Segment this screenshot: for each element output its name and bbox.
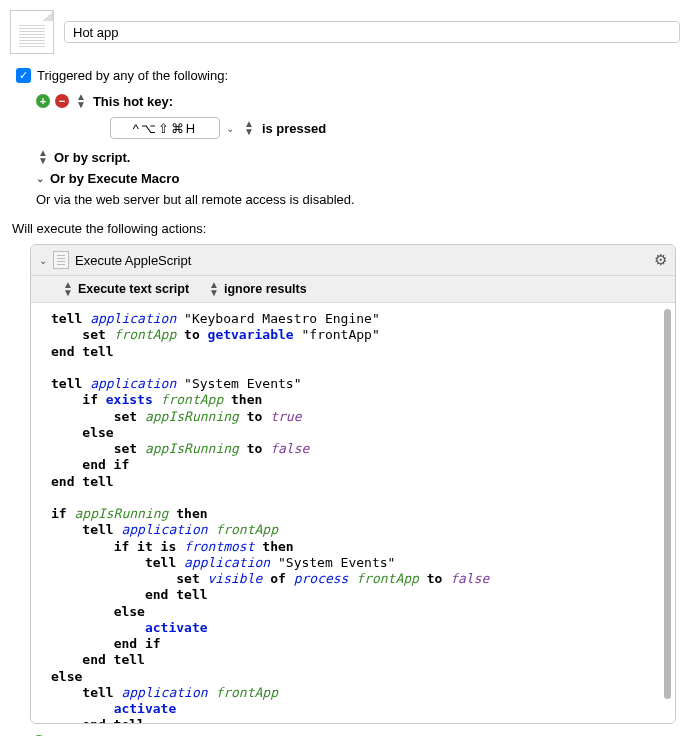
triggered-by-row: ✓ Triggered by any of the following: [16,68,680,83]
trigger-execute-macro-row[interactable]: ⌄ Or by Execute Macro [36,171,680,186]
add-trigger-button[interactable]: + [36,94,50,108]
action-title: Execute AppleScript [75,253,648,268]
hotkey-trigger-row: + − ▲▼ This hot key: [36,93,680,109]
macro-title-input[interactable] [64,21,680,43]
action-options-row: ▲▼ Execute text script ▲▼ ignore results [31,276,675,303]
action-block: ⌄ Execute AppleScript ⚙ ▲▼ Execute text … [30,244,676,724]
will-execute-label: Will execute the following actions: [12,221,680,236]
script-textarea[interactable]: tell application "Keyboard Maestro Engin… [31,303,675,723]
trigger-script-row[interactable]: ▲▼ Or by script. [36,149,680,165]
macro-icon[interactable] [10,10,54,54]
hotkey-type-stepper[interactable]: ▲▼ [76,93,86,109]
results-mode-select[interactable]: ▲▼ ignore results [207,281,307,297]
trigger-script-stepper[interactable]: ▲▼ [38,149,48,165]
hotkey-field[interactable]: ^⌥⇧⌘H [110,117,220,139]
hotkey-dropdown-chevron[interactable]: ⌄ [226,123,236,134]
action-header[interactable]: ⌄ Execute AppleScript ⚙ [31,245,675,276]
chevron-down-icon: ⌄ [36,173,46,184]
enabled-checkbox[interactable]: ✓ [16,68,31,83]
trigger-web-info: Or via the web server but all remote acc… [36,192,680,207]
remove-trigger-button[interactable]: − [55,94,69,108]
hotkey-label: This hot key: [93,94,173,109]
gear-icon[interactable]: ⚙ [654,251,667,269]
scrollbar[interactable] [664,309,671,699]
script-doc-icon [53,251,69,269]
hotkey-mode-stepper[interactable]: ▲▼ [244,120,254,136]
execute-mode-select[interactable]: ▲▼ Execute text script [61,281,189,297]
hotkey-mode-label: is pressed [262,121,326,136]
disclosure-chevron-icon[interactable]: ⌄ [39,255,47,266]
triggered-by-label: Triggered by any of the following: [37,68,228,83]
